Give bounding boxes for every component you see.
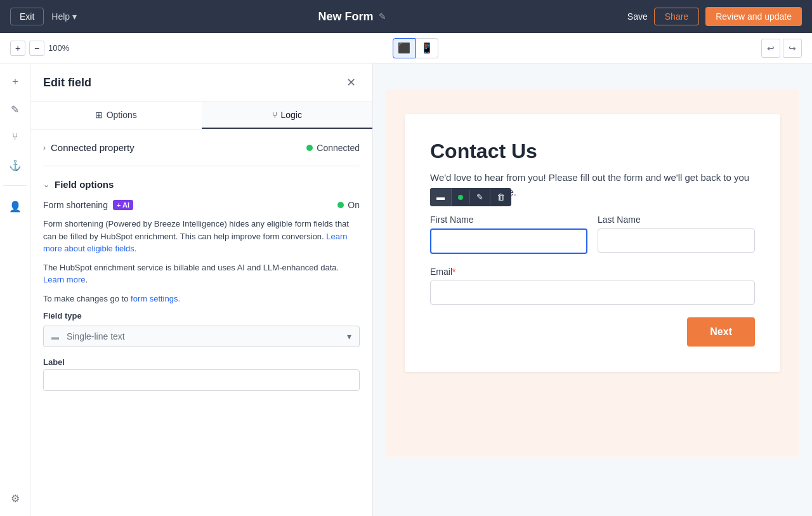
first-name-field: First Name [430,215,587,254]
field-type-select-left: ▬ Single-line text [51,331,125,341]
email-label: Email* [430,267,755,277]
options-tab-label: Options [107,110,137,120]
logic-tab-label: Logic [281,110,302,120]
top-nav-left: Exit Help ▾ [10,8,77,25]
undo-redo-controls: ↩ ↪ [761,39,802,58]
enrichment-description: The HubSpot enrichment service is billab… [43,261,360,286]
field-options-title: Field options [55,179,114,190]
exit-button[interactable]: Exit [10,8,44,25]
toggle-on-label: On [348,200,360,210]
tab-options[interactable]: ⊞ Options [30,102,202,129]
field-type-select[interactable]: ▬ Single-line text ▾ [43,326,360,347]
connected-property-label: Connected property [51,142,134,153]
name-fields-row: ▬ ✎ 🗑 First Name [430,215,755,254]
last-name-input[interactable] [598,228,755,253]
last-name-label: Last Name [598,215,755,225]
icon-divider [3,185,27,186]
pencil-icon[interactable]: ✎ [5,99,25,119]
mobile-icon: 📱 [421,42,433,54]
field-edit-toolbar-button[interactable]: ✎ [470,188,490,206]
zoom-level: 100% [48,43,69,53]
field-type-label: Field type [43,311,360,321]
edit-title-icon[interactable]: ✎ [379,11,386,22]
form-card: Contact Us We'd love to hear from you! P… [405,114,780,372]
field-type-icon: ▬ [51,333,59,341]
form-shortening-toggle[interactable]: On [337,200,360,210]
field-delete-toolbar-button[interactable]: 🗑 [490,188,511,206]
monitor-icon: ⬛ [398,42,410,54]
toolbar-row: + − 100% ⬛ 📱 ↩ ↪ [0,33,812,63]
main-layout: ＋ ✎ ⑂ ⚓ 👤 ⚙ Edit field ✕ ⊞ Options ⑂ Log… [0,63,812,516]
edit-panel-title: Edit field [43,76,91,89]
review-update-button[interactable]: Review and update [705,7,802,26]
tab-logic[interactable]: ⑂ Logic [202,102,373,129]
connected-status-text: Connected [317,143,360,153]
gear-icon[interactable]: ⚙ [5,488,25,508]
edit-panel-tabs: ⊞ Options ⑂ Logic [30,102,372,129]
edit-panel-header: Edit field ✕ [30,63,372,102]
label-section-title: Label [43,357,360,367]
first-name-input[interactable] [430,228,587,254]
connected-dot [306,145,313,151]
desktop-view-button[interactable]: ⬛ [393,38,416,58]
form-shortening-left: Form shortening + AI [43,200,133,210]
edit-panel: Edit field ✕ ⊞ Options ⑂ Logic › Connect… [30,63,373,516]
connected-status-badge: Connected [306,143,360,153]
field-type-toolbar-button[interactable]: ▬ [430,188,452,206]
close-edit-panel-button[interactable]: ✕ [342,74,360,91]
last-name-field: Last Name [598,215,755,254]
help-button[interactable]: Help ▾ [51,11,77,22]
required-star: * [452,267,455,277]
connected-property-left: › Connected property [43,142,134,153]
logic-icon: ⑂ [272,110,277,120]
top-nav-center: New Form ✎ [318,10,386,23]
users-icon[interactable]: 👤 [5,196,25,216]
left-icon-panel: ＋ ✎ ⑂ ⚓ 👤 ⚙ [0,63,30,516]
mobile-view-button[interactable]: 📱 [416,38,438,58]
redo-button[interactable]: ↪ [783,39,802,58]
form-canvas: Contact Us We'd love to hear from you! P… [386,89,799,457]
zoom-controls: + − 100% [10,41,69,56]
top-navigation: Exit Help ▾ New Form ✎ Save Share Review… [0,0,812,33]
zoom-plus-button[interactable]: + [10,41,25,56]
next-button[interactable]: Next [687,317,755,347]
field-options-header[interactable]: ⌄ Field options [43,166,360,200]
field-toolbar: ▬ ✎ 🗑 [430,188,511,206]
form-heading: Contact Us [430,140,755,163]
chevron-right-icon: › [43,143,46,152]
options-grid-icon: ⊞ [95,110,103,120]
email-input[interactable] [430,281,755,305]
undo-button[interactable]: ↩ [761,39,780,58]
toggle-on-dot [337,202,344,208]
form-shortening-label: Form shortening [43,200,108,210]
canvas-area: Contact Us We'd love to hear from you! P… [373,63,812,516]
share-button[interactable]: Share [654,8,699,25]
label-section: Label [43,357,360,391]
form-shortening-row: Form shortening + AI On [43,200,360,210]
status-dot [458,195,463,200]
field-options-chevron: ⌄ [43,180,49,189]
form-settings-link[interactable]: form settings. [131,294,180,303]
zoom-minus-button[interactable]: − [29,41,44,56]
anchor-icon[interactable]: ⚓ [5,155,25,175]
view-toggle: ⬛ 📱 [393,38,438,58]
label-input[interactable] [43,369,360,391]
chevron-down-icon: ▾ [72,11,77,22]
top-nav-right: Save Share Review and update [627,7,802,26]
email-field: Email* [430,267,755,305]
add-element-icon[interactable]: ＋ [5,71,25,91]
connected-property-row[interactable]: › Connected property Connected [43,129,360,166]
form-shortening-description: Form shortening (Powered by Breeze Intel… [43,218,360,255]
save-button[interactable]: Save [627,11,648,22]
field-status-toolbar-button[interactable] [452,190,470,204]
form-title: New Form [318,10,373,23]
help-label: Help [51,11,70,22]
form-settings-description: To make changes go to form settings. [43,293,360,305]
learn-more-link-2[interactable]: Learn more [43,275,85,284]
field-type-value: Single-line text [67,331,125,341]
branch-icon[interactable]: ⑂ [5,127,25,147]
ai-badge: + AI [113,200,133,210]
first-name-label: First Name [430,215,587,225]
panel-content: › Connected property Connected ⌄ Field o… [30,129,372,391]
field-type-chevron: ▾ [347,331,351,341]
